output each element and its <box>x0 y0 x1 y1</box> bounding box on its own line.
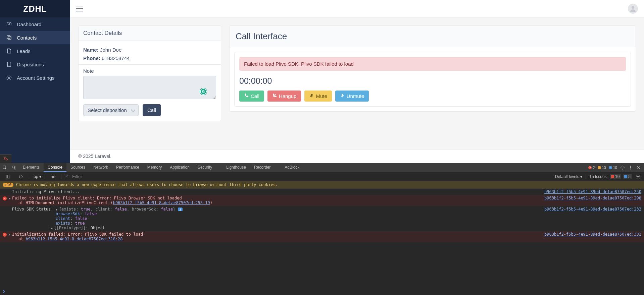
inspect-icon[interactable] <box>0 163 9 172</box>
document-lines-icon <box>6 61 12 67</box>
call-panel: Failed to load Plivo SDK: Plivo SDK fail… <box>234 52 631 107</box>
sidebar-item-label: Account Settings <box>17 75 55 81</box>
devtools-settings-icon[interactable] <box>620 165 625 170</box>
sidebar-item-contacts[interactable]: Contacts <box>0 31 70 44</box>
call-button[interactable]: Call <box>143 104 161 116</box>
console-prompt[interactable]: ❯ <box>0 288 644 295</box>
button-label: Mute <box>316 93 327 99</box>
phone-slash-icon <box>272 93 277 99</box>
sidebar-item-label: Leads <box>17 48 31 54</box>
svg-point-16 <box>630 167 631 168</box>
topbar <box>70 0 644 17</box>
console-toolbar: top ▾ Default levels ▾ 15 Issues: 10 5 <box>0 172 644 181</box>
tab-sources[interactable]: Sources <box>66 163 89 172</box>
tab-lighthouse[interactable]: Lighthouse <box>222 163 250 172</box>
content: Contact Details Name: John Doe Phone: 61… <box>70 17 644 149</box>
contact-details-card: Contact Details Name: John Doe Phone: 61… <box>78 25 221 121</box>
document-icon <box>6 48 12 54</box>
mic-icon <box>340 93 345 99</box>
unmute-button[interactable]: Unmute <box>335 91 369 102</box>
tab-recorder[interactable]: Recorder <box>250 163 275 172</box>
device-toggle-icon[interactable] <box>9 163 19 172</box>
mic-slash-icon <box>309 93 314 99</box>
sidebar-item-account-settings[interactable]: Account Settings <box>0 71 70 84</box>
filter-input[interactable] <box>72 174 106 179</box>
source-link[interactable]: b963b1f2-f5b5-4e91-89ed-de1ae87507ed:250 <box>544 189 641 194</box>
note-textarea[interactable] <box>83 76 216 99</box>
name-label: Name: <box>83 47 99 53</box>
filter-icon <box>65 174 69 179</box>
sidebar-item-leads[interactable]: Leads <box>0 44 70 58</box>
source-link[interactable]: b963b1f2-f5b5-4e91-89ed-de1ae87507ed:298 <box>544 196 641 200</box>
devtools-tabs: Elements Console Sources Network Perform… <box>0 163 644 172</box>
issues-summary[interactable]: 15 Issues: 10 5 <box>589 174 632 179</box>
svg-rect-1 <box>8 37 11 40</box>
hamburger-icon[interactable] <box>76 6 83 11</box>
call-action-button[interactable]: Call <box>239 91 264 102</box>
tab-memory[interactable]: Memory <box>143 163 166 172</box>
laravel-debugbar-icon[interactable] <box>0 154 11 163</box>
warning-badge[interactable]: !10 <box>598 166 606 170</box>
tab-network[interactable]: Network <box>89 163 112 172</box>
console-log[interactable]: Initializing Plivo client... b963b1f2-f5… <box>0 189 644 288</box>
source-link[interactable]: b963b1f2-f5b5-4e91-89ed-de1ae87507ed:331 <box>544 232 641 237</box>
devtools-close-icon[interactable] <box>636 165 641 170</box>
mute-button[interactable]: Mute <box>304 91 332 102</box>
gauge-icon <box>6 21 12 27</box>
grammarly-icon[interactable]: G <box>200 88 207 95</box>
banner-count[interactable]: 10 <box>3 183 13 187</box>
stack-link[interactable]: b963b1f2-f5b5-4e91-8…delae87507ed:253:19 <box>113 200 210 205</box>
tab-adblock[interactable]: AdBlock <box>281 163 303 172</box>
source-link[interactable]: b963b1f2-f5b5-4e91-89ed-de1ae87507ed:232 <box>544 207 641 212</box>
sidebar-item-dashboard[interactable]: Dashboard <box>0 17 70 31</box>
error-icon: ✕ <box>3 196 7 200</box>
live-expression-icon[interactable] <box>48 174 58 179</box>
button-label: Call <box>251 93 259 99</box>
tab-security[interactable]: Security <box>194 163 216 172</box>
error-badge[interactable]: ✕2 <box>588 166 595 170</box>
gear-icon <box>6 75 12 81</box>
call-timer: 00:00:00 <box>239 76 626 86</box>
devtools-more-icon[interactable] <box>628 165 633 170</box>
sidebar-item-label: Dashboard <box>17 21 41 27</box>
sidebar-item-dispositions[interactable]: Dispositions <box>0 58 70 71</box>
svg-point-15 <box>630 166 631 166</box>
copy-icon <box>6 35 12 41</box>
tab-elements[interactable]: Elements <box>19 163 44 172</box>
button-label: Unmute <box>347 93 364 99</box>
svg-point-4 <box>632 6 634 9</box>
card-header: Contact Details <box>79 26 221 41</box>
tab-console[interactable]: Console <box>44 163 66 172</box>
call-interface-card: Call Interface Failed to load Plivo SDK:… <box>229 25 636 112</box>
name-value: John Doe <box>100 47 121 53</box>
sidebar-nav: Dashboard Contacts Leads Dispositions Ac… <box>0 17 70 84</box>
log-entry: Initializing Plivo client... b963b1f2-f5… <box>0 189 644 195</box>
button-label: Hangup <box>279 93 297 99</box>
phone-icon <box>244 93 249 99</box>
console-settings-icon[interactable] <box>635 174 641 179</box>
note-label: Note <box>83 68 216 74</box>
log-entry-error: ✕ ▶Initialization failed: Error: Plivo S… <box>0 231 644 242</box>
tab-application[interactable]: Application <box>166 163 194 172</box>
disposition-select[interactable]: Select disposition <box>83 104 139 116</box>
log-entry-error: ✕ ▶Failed to initialize Plivo client: Er… <box>0 195 644 206</box>
tab-performance[interactable]: Performance <box>112 163 143 172</box>
console-sidebar-toggle-icon[interactable] <box>3 174 13 179</box>
clear-console-icon[interactable] <box>16 174 26 179</box>
svg-point-17 <box>630 169 631 169</box>
svg-point-24 <box>52 176 54 177</box>
svg-line-23 <box>20 176 22 178</box>
info-icon[interactable]: i <box>178 208 183 211</box>
phone-value: 6183258744 <box>102 55 130 61</box>
hangup-button[interactable]: Hangup <box>267 91 301 102</box>
svg-point-25 <box>637 176 639 177</box>
info-badge[interactable]: i10 <box>609 166 617 170</box>
phone-label: Phone: <box>83 55 100 61</box>
stack-link[interactable]: b963b1f2-f5b5-4e91-8…delae87507ed:318:28 <box>26 237 123 241</box>
card-header: Call Interface <box>230 26 636 47</box>
svg-point-14 <box>622 167 623 168</box>
context-selector[interactable]: top ▾ <box>33 174 41 179</box>
log-levels-select[interactable]: Default levels ▾ <box>555 174 582 179</box>
avatar[interactable] <box>628 4 638 14</box>
svg-rect-2 <box>7 36 10 39</box>
